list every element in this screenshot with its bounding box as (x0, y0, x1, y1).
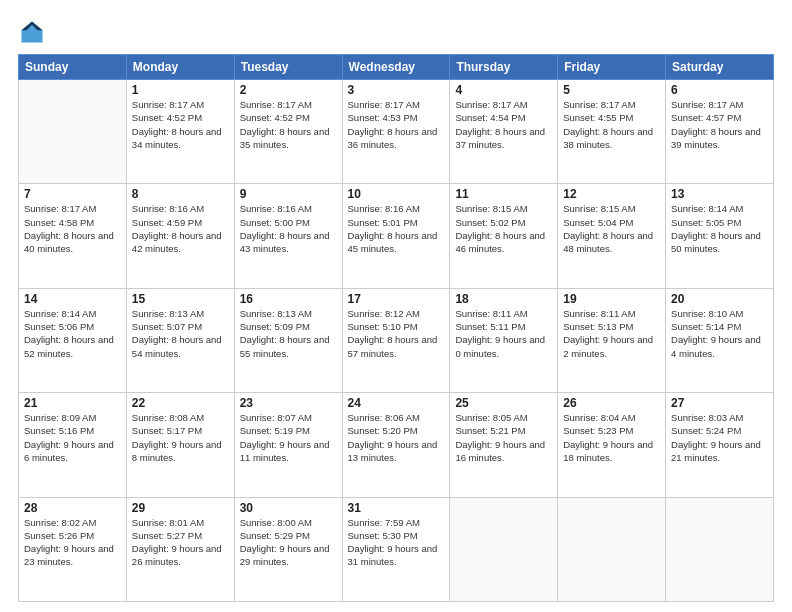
day-number: 3 (348, 83, 445, 97)
sunset-text: Sunset: 5:09 PM (240, 320, 337, 333)
sunset-text: Sunset: 4:53 PM (348, 111, 445, 124)
day-number: 22 (132, 396, 229, 410)
sunset-text: Sunset: 5:13 PM (563, 320, 660, 333)
sunrise-text: Sunrise: 7:59 AM (348, 516, 445, 529)
calendar-cell (558, 497, 666, 601)
weekday-header: Friday (558, 55, 666, 80)
sunrise-text: Sunrise: 8:05 AM (455, 411, 552, 424)
calendar-cell: 12 Sunrise: 8:15 AM Sunset: 5:04 PM Dayl… (558, 184, 666, 288)
day-number: 23 (240, 396, 337, 410)
day-number: 11 (455, 187, 552, 201)
weekday-header: Tuesday (234, 55, 342, 80)
daylight-text: Daylight: 8 hours and 43 minutes. (240, 229, 337, 256)
daylight-text: Daylight: 8 hours and 48 minutes. (563, 229, 660, 256)
calendar-cell: 14 Sunrise: 8:14 AM Sunset: 5:06 PM Dayl… (19, 288, 127, 392)
calendar-cell: 6 Sunrise: 8:17 AM Sunset: 4:57 PM Dayli… (666, 80, 774, 184)
page: SundayMondayTuesdayWednesdayThursdayFrid… (0, 0, 792, 612)
calendar-week-row: 14 Sunrise: 8:14 AM Sunset: 5:06 PM Dayl… (19, 288, 774, 392)
calendar-cell: 31 Sunrise: 7:59 AM Sunset: 5:30 PM Dayl… (342, 497, 450, 601)
calendar-cell: 16 Sunrise: 8:13 AM Sunset: 5:09 PM Dayl… (234, 288, 342, 392)
calendar-cell: 8 Sunrise: 8:16 AM Sunset: 4:59 PM Dayli… (126, 184, 234, 288)
day-number: 10 (348, 187, 445, 201)
day-number: 8 (132, 187, 229, 201)
daylight-text: Daylight: 8 hours and 52 minutes. (24, 333, 121, 360)
sunset-text: Sunset: 5:07 PM (132, 320, 229, 333)
sunset-text: Sunset: 4:58 PM (24, 216, 121, 229)
sunrise-text: Sunrise: 8:16 AM (240, 202, 337, 215)
calendar-header-row: SundayMondayTuesdayWednesdayThursdayFrid… (19, 55, 774, 80)
sunset-text: Sunset: 5:27 PM (132, 529, 229, 542)
calendar-cell: 24 Sunrise: 8:06 AM Sunset: 5:20 PM Dayl… (342, 393, 450, 497)
sunrise-text: Sunrise: 8:13 AM (240, 307, 337, 320)
day-number: 6 (671, 83, 768, 97)
logo (18, 18, 50, 46)
sunrise-text: Sunrise: 8:11 AM (455, 307, 552, 320)
sunrise-text: Sunrise: 8:17 AM (455, 98, 552, 111)
daylight-text: Daylight: 9 hours and 6 minutes. (24, 438, 121, 465)
daylight-text: Daylight: 8 hours and 36 minutes. (348, 125, 445, 152)
sunset-text: Sunset: 5:24 PM (671, 424, 768, 437)
day-number: 9 (240, 187, 337, 201)
calendar-cell: 27 Sunrise: 8:03 AM Sunset: 5:24 PM Dayl… (666, 393, 774, 497)
day-number: 19 (563, 292, 660, 306)
calendar-cell: 1 Sunrise: 8:17 AM Sunset: 4:52 PM Dayli… (126, 80, 234, 184)
day-number: 21 (24, 396, 121, 410)
sunset-text: Sunset: 5:20 PM (348, 424, 445, 437)
calendar-cell: 17 Sunrise: 8:12 AM Sunset: 5:10 PM Dayl… (342, 288, 450, 392)
sunset-text: Sunset: 5:23 PM (563, 424, 660, 437)
calendar-week-row: 21 Sunrise: 8:09 AM Sunset: 5:16 PM Dayl… (19, 393, 774, 497)
sunrise-text: Sunrise: 8:16 AM (348, 202, 445, 215)
sunrise-text: Sunrise: 8:10 AM (671, 307, 768, 320)
daylight-text: Daylight: 8 hours and 35 minutes. (240, 125, 337, 152)
daylight-text: Daylight: 9 hours and 26 minutes. (132, 542, 229, 569)
sunset-text: Sunset: 4:54 PM (455, 111, 552, 124)
daylight-text: Daylight: 9 hours and 18 minutes. (563, 438, 660, 465)
calendar-cell: 10 Sunrise: 8:16 AM Sunset: 5:01 PM Dayl… (342, 184, 450, 288)
day-number: 16 (240, 292, 337, 306)
daylight-text: Daylight: 9 hours and 31 minutes. (348, 542, 445, 569)
sunrise-text: Sunrise: 8:16 AM (132, 202, 229, 215)
sunrise-text: Sunrise: 8:13 AM (132, 307, 229, 320)
sunrise-text: Sunrise: 8:02 AM (24, 516, 121, 529)
calendar-cell: 9 Sunrise: 8:16 AM Sunset: 5:00 PM Dayli… (234, 184, 342, 288)
day-number: 24 (348, 396, 445, 410)
daylight-text: Daylight: 8 hours and 45 minutes. (348, 229, 445, 256)
calendar-week-row: 28 Sunrise: 8:02 AM Sunset: 5:26 PM Dayl… (19, 497, 774, 601)
calendar-cell (666, 497, 774, 601)
sunrise-text: Sunrise: 8:14 AM (24, 307, 121, 320)
calendar-cell: 13 Sunrise: 8:14 AM Sunset: 5:05 PM Dayl… (666, 184, 774, 288)
day-number: 30 (240, 501, 337, 515)
day-number: 15 (132, 292, 229, 306)
sunset-text: Sunset: 5:29 PM (240, 529, 337, 542)
sunset-text: Sunset: 5:16 PM (24, 424, 121, 437)
sunrise-text: Sunrise: 8:04 AM (563, 411, 660, 424)
sunrise-text: Sunrise: 8:15 AM (455, 202, 552, 215)
sunset-text: Sunset: 4:55 PM (563, 111, 660, 124)
sunrise-text: Sunrise: 8:17 AM (671, 98, 768, 111)
sunrise-text: Sunrise: 8:00 AM (240, 516, 337, 529)
sunrise-text: Sunrise: 8:15 AM (563, 202, 660, 215)
calendar-cell: 25 Sunrise: 8:05 AM Sunset: 5:21 PM Dayl… (450, 393, 558, 497)
calendar-table: SundayMondayTuesdayWednesdayThursdayFrid… (18, 54, 774, 602)
calendar-cell: 30 Sunrise: 8:00 AM Sunset: 5:29 PM Dayl… (234, 497, 342, 601)
sunrise-text: Sunrise: 8:17 AM (563, 98, 660, 111)
sunset-text: Sunset: 5:21 PM (455, 424, 552, 437)
day-number: 20 (671, 292, 768, 306)
daylight-text: Daylight: 9 hours and 11 minutes. (240, 438, 337, 465)
calendar-week-row: 1 Sunrise: 8:17 AM Sunset: 4:52 PM Dayli… (19, 80, 774, 184)
daylight-text: Daylight: 8 hours and 38 minutes. (563, 125, 660, 152)
day-number: 26 (563, 396, 660, 410)
day-number: 5 (563, 83, 660, 97)
sunrise-text: Sunrise: 8:17 AM (240, 98, 337, 111)
calendar-cell: 4 Sunrise: 8:17 AM Sunset: 4:54 PM Dayli… (450, 80, 558, 184)
sunset-text: Sunset: 4:59 PM (132, 216, 229, 229)
sunset-text: Sunset: 4:57 PM (671, 111, 768, 124)
day-number: 25 (455, 396, 552, 410)
sunset-text: Sunset: 5:19 PM (240, 424, 337, 437)
daylight-text: Daylight: 8 hours and 39 minutes. (671, 125, 768, 152)
daylight-text: Daylight: 9 hours and 16 minutes. (455, 438, 552, 465)
day-number: 28 (24, 501, 121, 515)
weekday-header: Monday (126, 55, 234, 80)
calendar-cell: 3 Sunrise: 8:17 AM Sunset: 4:53 PM Dayli… (342, 80, 450, 184)
sunset-text: Sunset: 5:14 PM (671, 320, 768, 333)
